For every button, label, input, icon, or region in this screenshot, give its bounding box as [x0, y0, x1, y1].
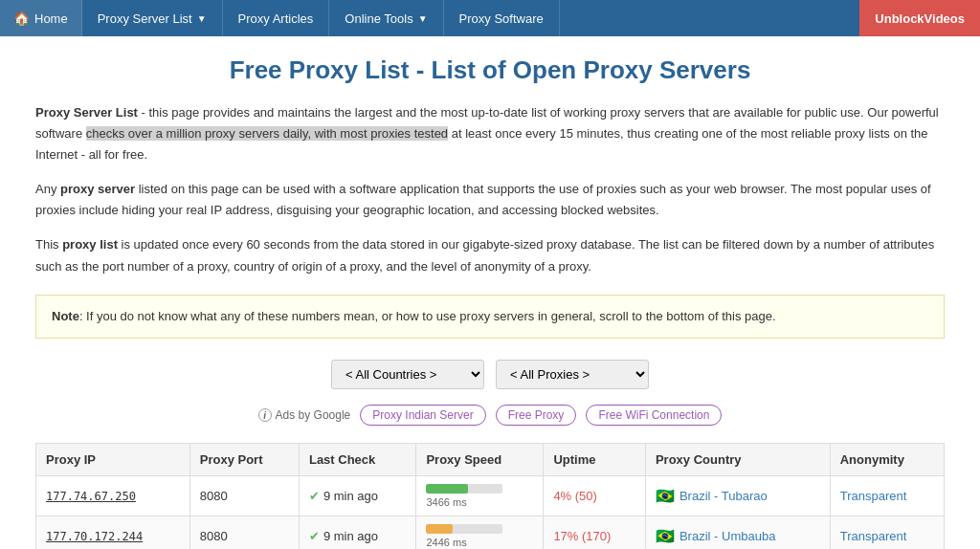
ip-link[interactable]: 177.70.172.244 — [46, 530, 143, 543]
note-label: Note — [52, 309, 79, 323]
main-nav: 🏠 Home Proxy Server List ▼ Proxy Article… — [0, 0, 980, 36]
nav-unblock-videos[interactable]: UnblockVideos — [859, 0, 980, 36]
uptime-value: 17% (170) — [553, 529, 611, 543]
page-title: Free Proxy List - List of Open Proxy Ser… — [35, 55, 945, 85]
speed-bar-bg — [426, 484, 502, 494]
speed-bar-container: 3466 ms — [426, 484, 533, 508]
ad-link-1[interactable]: Proxy Indian Server — [360, 405, 485, 426]
intro-paragraph-1: Proxy Server List - this page provides a… — [35, 102, 945, 165]
cell-port: 8080 — [189, 516, 299, 549]
speed-label: 2446 ms — [426, 537, 533, 548]
table-row: 177.70.172.244 8080 ✔9 min ago 2446 ms 1… — [36, 516, 945, 549]
cell-last-check: ✔9 min ago — [299, 476, 416, 516]
filter-row: < All Countries > < All Proxies > — [35, 360, 945, 389]
col-proxy-port: Proxy Port — [189, 444, 299, 476]
online-tools-arrow-icon: ▼ — [418, 13, 428, 24]
proxy-table: Proxy IP Proxy Port Last Check Proxy Spe… — [35, 443, 945, 549]
cell-anonymity: Transparent — [830, 516, 944, 549]
country-name: Brazil - Tubarao — [679, 489, 768, 503]
para2-text2: listed on this page can be used with a s… — [35, 182, 931, 217]
nav-proxy-software-label: Proxy Software — [459, 11, 544, 26]
para3-text2: is updated once every 60 seconds from th… — [35, 237, 934, 273]
anonymity-link[interactable]: Transparent — [840, 529, 907, 543]
speed-bar-bg — [426, 524, 502, 534]
home-icon: 🏠 — [13, 11, 30, 26]
nav-proxy-software[interactable]: Proxy Software — [444, 0, 560, 36]
intro-paragraph-2: Any proxy server listed on this page can… — [35, 179, 945, 221]
proxy-list-bold: proxy list — [62, 237, 118, 252]
proxy-server-list-bold: Proxy Server List — [35, 105, 138, 120]
main-content: Free Proxy List - List of Open Proxy Ser… — [21, 36, 959, 549]
cell-country: 🇧🇷 Brazil - Umbauba — [645, 516, 830, 549]
info-icon: i — [258, 408, 272, 422]
speed-bar-fill — [426, 524, 453, 534]
cell-ip: 177.70.172.244 — [36, 516, 190, 549]
cell-anonymity: Transparent — [830, 476, 944, 516]
note-text: : If you do not know what any of these n… — [79, 309, 776, 323]
ad-link-3[interactable]: Free WiFi Connection — [586, 405, 722, 426]
para3-text1: This — [35, 237, 62, 252]
check-icon: ✔ — [309, 529, 320, 543]
speed-bar-container: 2446 ms — [426, 524, 533, 548]
ad-link-2[interactable]: Free Proxy — [496, 405, 577, 426]
nav-online-tools-label: Online Tools — [345, 11, 412, 26]
para2-text1: Any — [35, 182, 60, 196]
ip-link[interactable]: 177.74.67.250 — [46, 490, 136, 503]
nav-proxy-articles[interactable]: Proxy Articles — [223, 0, 330, 36]
nav-online-tools[interactable]: Online Tools ▼ — [329, 0, 443, 36]
intro-highlight: checks over a million proxy servers dail… — [86, 126, 448, 141]
col-uptime: Uptime — [544, 444, 646, 476]
note-box: Note: If you do not know what any of the… — [35, 295, 945, 340]
cell-ip: 177.74.67.250 — [36, 476, 190, 516]
flag-icon: 🇧🇷 — [656, 487, 675, 505]
ads-bar: i Ads by Google Proxy Indian Server Free… — [35, 405, 945, 426]
country-filter[interactable]: < All Countries > — [331, 360, 484, 389]
cell-speed: 2446 ms — [416, 516, 544, 549]
nav-home-label: Home — [34, 11, 68, 26]
check-icon: ✔ — [309, 489, 320, 503]
uptime-value: 4% (50) — [553, 489, 597, 503]
nav-proxy-server-list-label: Proxy Server List — [98, 11, 192, 26]
country-link[interactable]: 🇧🇷 Brazil - Umbauba — [656, 527, 820, 545]
cell-port: 8080 — [189, 476, 299, 516]
cell-country: 🇧🇷 Brazil - Tubarao — [645, 476, 830, 516]
table-row: 177.74.67.250 8080 ✔9 min ago 3466 ms 4%… — [36, 476, 945, 516]
table-header-row: Proxy IP Proxy Port Last Check Proxy Spe… — [36, 444, 945, 476]
col-proxy-country: Proxy Country — [645, 444, 830, 476]
proxy-server-bold: proxy server — [60, 182, 135, 196]
ads-label-text: Ads by Google — [276, 408, 351, 422]
time-text: 9 min ago — [323, 529, 378, 543]
proxy-server-list-arrow-icon: ▼ — [197, 13, 207, 24]
col-last-check: Last Check — [299, 444, 416, 476]
ads-label: i Ads by Google — [258, 408, 351, 422]
anonymity-link[interactable]: Transparent — [840, 489, 907, 503]
time-text: 9 min ago — [323, 489, 378, 503]
cell-uptime: 17% (170) — [544, 516, 646, 549]
speed-bar-fill — [426, 484, 468, 494]
cell-speed: 3466 ms — [416, 476, 544, 516]
country-name: Brazil - Umbauba — [679, 529, 775, 543]
nav-unblock-videos-label: UnblockVideos — [875, 11, 965, 26]
col-proxy-ip: Proxy IP — [36, 444, 190, 476]
col-proxy-speed: Proxy Speed — [416, 444, 544, 476]
cell-uptime: 4% (50) — [544, 476, 646, 516]
speed-label: 3466 ms — [426, 496, 533, 508]
flag-icon: 🇧🇷 — [656, 527, 675, 545]
nav-proxy-server-list[interactable]: Proxy Server List ▼ — [82, 0, 223, 36]
proxy-type-filter[interactable]: < All Proxies > — [496, 360, 649, 389]
col-anonymity: Anonymity — [830, 444, 944, 476]
nav-proxy-articles-label: Proxy Articles — [238, 11, 314, 26]
country-link[interactable]: 🇧🇷 Brazil - Tubarao — [656, 487, 820, 505]
nav-home[interactable]: 🏠 Home — [0, 0, 82, 36]
intro-paragraph-3: This proxy list is updated once every 60… — [35, 234, 945, 276]
cell-last-check: ✔9 min ago — [299, 516, 416, 549]
